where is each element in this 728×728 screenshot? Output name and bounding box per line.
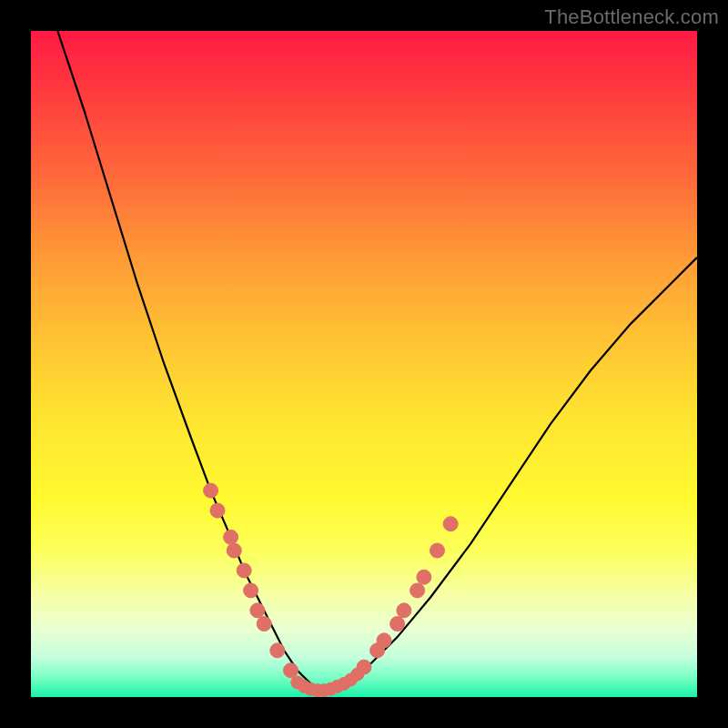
data-dot — [224, 530, 238, 544]
data-dot — [257, 617, 271, 632]
data-dot — [410, 583, 425, 598]
data-dot — [430, 543, 445, 558]
data-dots — [204, 483, 459, 697]
data-dot — [204, 483, 218, 498]
data-dot — [443, 517, 458, 531]
data-dot — [270, 643, 285, 658]
chart-overlay-svg — [31, 31, 697, 697]
bottleneck-curve — [57, 31, 697, 691]
data-dot — [284, 663, 298, 678]
data-dot — [417, 570, 431, 584]
data-dot — [210, 503, 225, 518]
data-dot — [377, 633, 391, 648]
data-dot — [227, 543, 241, 558]
data-dot — [237, 563, 251, 578]
data-dot — [397, 603, 411, 618]
plot-area — [31, 31, 697, 697]
data-dot — [250, 603, 265, 618]
data-dot — [351, 668, 364, 681]
chart-outer-frame: TheBottleneck.com — [0, 0, 728, 728]
data-dot — [390, 617, 405, 632]
watermark-text: TheBottleneck.com — [544, 5, 719, 29]
data-dot — [244, 583, 258, 598]
